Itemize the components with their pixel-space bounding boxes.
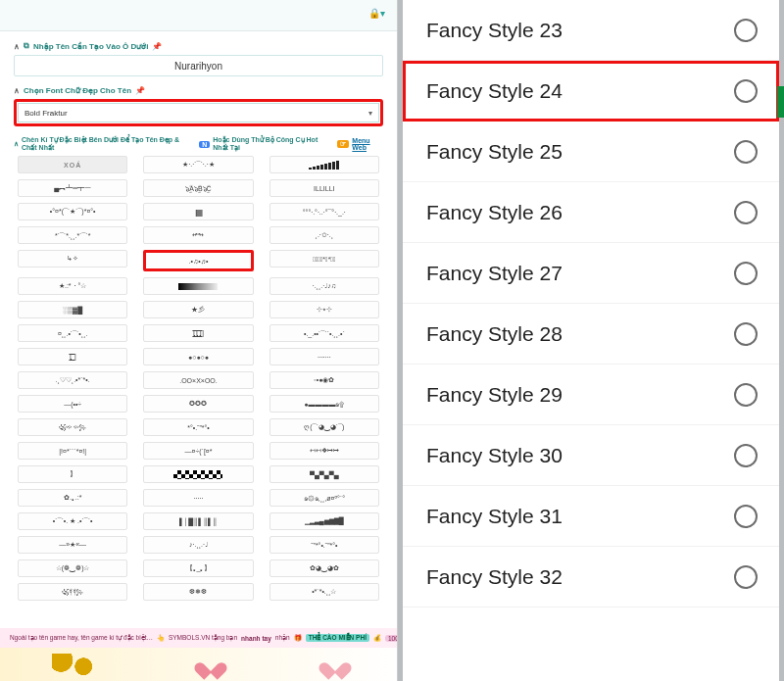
style-row-24[interactable]: Fancy Style 24: [403, 61, 779, 122]
radio-unchecked-icon[interactable]: [734, 444, 758, 467]
symbol-cell[interactable]: •._.••´¯``•.¸¸.•`: [270, 324, 379, 342]
symbol-cell[interactable]: ๑۞๑,¸¸,ø¤º°`°: [270, 489, 379, 507]
style-list[interactable]: Fancy Style 23Fancy Style 24Fancy Style …: [403, 0, 779, 608]
symbol-cell[interactable]: ∙∙··∙: [143, 489, 253, 507]
symbol-cell[interactable]: ˜”*°•.˜”*°•: [270, 536, 379, 554]
pin-icon: 📌: [152, 42, 162, 51]
symbol-cell[interactable]: ◦•●◉✿: [270, 371, 379, 389]
symbol-cell-highlighted[interactable]: .•♫•♬•: [143, 250, 253, 271]
scroll-edge-indicator: [777, 86, 784, 118]
symbol-cell-gradient[interactable]: [143, 277, 253, 295]
symbol-cell[interactable]: •´¯`•. ★ .•´¯`•: [18, 512, 127, 530]
symbol-cell[interactable]: ¸.·✩·.¸: [270, 226, 379, 244]
symbol-cell[interactable]: [̲̅[̲̅]̲̅]: [143, 324, 253, 342]
font-select-dropdown[interactable]: Bold Fraktur ▾: [18, 103, 379, 122]
symbol-cell[interactable]: ¤¸¸.•´¯`•¸¸.: [18, 324, 127, 342]
style-label: Fancy Style 25: [426, 140, 563, 164]
symbol-cell[interactable]: [̲̅ ̲̅]: [18, 348, 127, 365]
symbol-cell[interactable]: *°•.˜”*°•: [143, 418, 253, 436]
footer-chip[interactable]: THẺ CÀO MIỄN PHÍ: [306, 634, 369, 642]
symbol-cell[interactable]: ★·.·´¯`·.·★: [143, 156, 253, 173]
style-row-28[interactable]: Fancy Style 28: [403, 304, 779, 365]
symbol-grid: XOÁ ★·.·´¯`·.·★ ▄︻┻═┳一 ๖ۣۜA๖ۣۜB๖ۣۜC ILLI…: [0, 156, 397, 608]
symbol-cell-barcode[interactable]: |||||||: [143, 203, 253, 220]
pin-icon: 📌: [135, 86, 145, 95]
symbol-cell[interactable]: ✿.｡.:*: [18, 489, 127, 507]
radio-unchecked-icon[interactable]: [734, 383, 758, 407]
symbol-cell[interactable]: ღ(¯`◕‿◕´¯): [270, 418, 379, 436]
symbol-cell-signal[interactable]: [270, 156, 379, 173]
symbol-cell[interactable]: ●○●○●: [143, 348, 253, 365]
symbol-cell[interactable]: —»★«—: [18, 536, 127, 554]
radio-unchecked-icon[interactable]: [734, 79, 758, 103]
money-icon: 💰: [373, 634, 381, 642]
radio-unchecked-icon[interactable]: [734, 322, 758, 346]
symbol-cell[interactable]: ★.:*・°☆: [18, 277, 127, 295]
symbol-cell[interactable]: 】: [18, 465, 127, 483]
font-select-highlight-box: Bold Fraktur ▾: [14, 99, 383, 126]
signal-bars-icon: [309, 161, 339, 170]
symbol-cell[interactable]: ▁▂▃▄▅▆▇█: [270, 512, 379, 530]
symbol-cell-checker[interactable]: [143, 465, 253, 483]
symbol-cell[interactable]: ·.¸¸.·♩♪♫: [270, 277, 379, 295]
symbol-cell[interactable]: ❆❅❆: [143, 583, 253, 601]
symbol-cell[interactable]: ✦͙͙͙*͙*❥⃝: [270, 250, 379, 268]
radio-unchecked-icon[interactable]: [734, 140, 758, 164]
symbol-cell[interactable]: ๖ۣۜA๖ۣۜB๖ۣۜC: [143, 179, 253, 197]
symbol-cell[interactable]: —(••÷: [18, 395, 127, 413]
symbol-cell[interactable]: ꧁༒༒꧂: [18, 583, 127, 601]
symbol-cell[interactable]: ▌│█║▌║▌║: [143, 512, 253, 530]
radio-unchecked-icon[interactable]: [734, 19, 758, 42]
style-row-26[interactable]: Fancy Style 26: [403, 182, 779, 243]
symbol-cell[interactable]: ▀▄▀▄▀▄: [270, 465, 379, 483]
symbol-cell[interactable]: 【｡_｡】: [143, 559, 253, 577]
left-panel-symbol-generator: 🔒▾ ∧ ⧉ Nhập Tên Cần Tạo Vào Ô Dưới 📌 ∧ C…: [0, 0, 398, 681]
symbol-cell[interactable]: ✿◕‿◕✿: [270, 559, 379, 577]
hand-icon: ☞: [337, 140, 349, 148]
footer-text-c: nhanh tay: [241, 635, 271, 642]
heading-font-text: Chọn Font Chữ Đẹp Cho Tên: [24, 86, 131, 95]
clear-button[interactable]: XOÁ: [18, 156, 127, 173]
symbol-cell[interactable]: .¸♡♡¸.•*´*•.: [18, 371, 127, 389]
symbol-cell[interactable]: ∙∙∙∙∙∙∙: [270, 348, 379, 365]
symbol-cell[interactable]: ↫↬: [143, 226, 253, 244]
symbol-cell[interactable]: ILLILLI: [270, 179, 379, 197]
symbol-cell[interactable]: .OO×X×OO.: [143, 371, 253, 389]
symbol-cell[interactable]: |!¤*´¨`*¤!|: [18, 442, 127, 460]
symbol-cell[interactable]: ★彡: [143, 301, 253, 318]
style-label: Fancy Style 26: [426, 201, 563, 224]
symbol-cell[interactable]: —¤÷(`[¤*: [143, 442, 253, 460]
footer-promo-banner: Ngoài tạo tên game hay, tên game kí tự đ…: [0, 628, 397, 648]
style-row-23[interactable]: Fancy Style 23: [403, 0, 779, 61]
symbol-cell[interactable]: ♪·.¸¸.·♩: [143, 536, 253, 554]
checker-pattern-icon: [173, 470, 222, 479]
symbol-cell[interactable]: ↤↤❖↦↦: [270, 442, 379, 460]
symbol-cell[interactable]: ꧁༺༻꧂: [18, 418, 127, 436]
style-row-32[interactable]: Fancy Style 32: [403, 547, 779, 608]
style-row-27[interactable]: Fancy Style 27: [403, 243, 779, 304]
radio-unchecked-icon[interactable]: [734, 201, 758, 224]
insert-symbols-desc: ∧ Chèn Kí Tự Đặc Biệt Bên Dưới Để Tạo Tê…: [14, 136, 383, 152]
style-row-29[interactable]: Fancy Style 29: [403, 365, 779, 425]
radio-unchecked-icon[interactable]: [734, 565, 758, 589]
style-row-25[interactable]: Fancy Style 25: [403, 122, 779, 182]
insert-desc-a: Chèn Kí Tự Đặc Biệt Bên Dưới Để Tạo Tên …: [22, 136, 196, 152]
symbol-cell[interactable]: ●▬▬▬▬๑۩: [270, 395, 379, 413]
style-row-30[interactable]: Fancy Style 30: [403, 425, 779, 486]
symbol-cell[interactable]: ░▒▓█: [18, 301, 127, 318]
symbol-cell[interactable]: ✪✪✪: [143, 395, 253, 413]
symbol-cell[interactable]: ☆(❁‿❁)☆: [18, 559, 127, 577]
symbol-cell[interactable]: ↳✧: [18, 250, 127, 268]
radio-unchecked-icon[interactable]: [734, 505, 758, 528]
symbol-cell[interactable]: •*¨*•.¸¸☆: [270, 583, 379, 601]
radio-unchecked-icon[interactable]: [734, 262, 758, 285]
menu-web-link[interactable]: Menu Web: [352, 137, 383, 151]
symbol-cell[interactable]: ⊹٭⊹: [270, 301, 379, 318]
footer-decorative-strip: [0, 648, 397, 681]
symbol-cell[interactable]: °°°·.°·..·°¯°·._.·: [270, 203, 379, 220]
symbol-cell[interactable]: *´¯`*.¸¸.*´¯`*: [18, 226, 127, 244]
symbol-cell[interactable]: •°¤*(¯`★´¯)*¤°•: [18, 203, 127, 220]
symbol-cell[interactable]: ▄︻┻═┳一: [18, 179, 127, 197]
style-row-31[interactable]: Fancy Style 31: [403, 486, 779, 547]
name-input[interactable]: [14, 55, 383, 76]
